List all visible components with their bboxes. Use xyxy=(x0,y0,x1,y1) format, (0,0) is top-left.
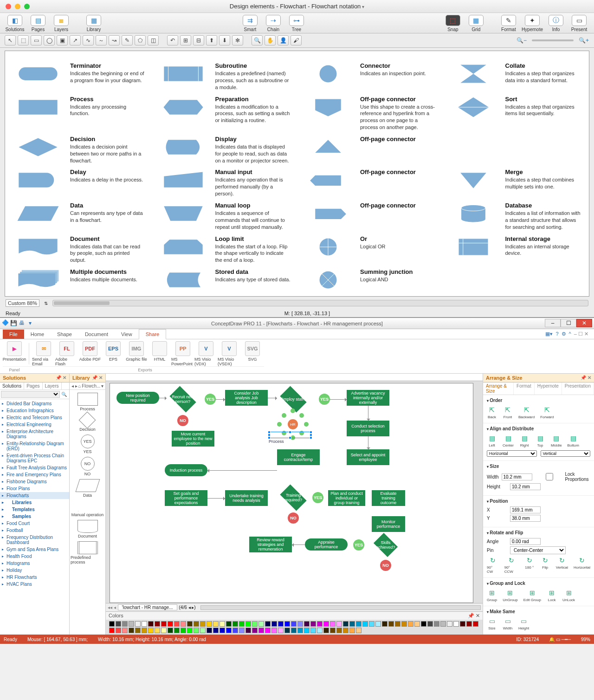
ribbon-help[interactable]: ▦▾?⚙^– ☐ ✕ xyxy=(542,329,591,339)
swatch[interactable] xyxy=(148,628,154,633)
library-button[interactable]: ▦Library xyxy=(84,15,104,32)
legend-merge[interactable]: MergeIndicates a step that combines mult… xyxy=(448,169,582,197)
ribbon-eps[interactable]: EPSEPS xyxy=(102,341,125,366)
swatch[interactable] xyxy=(142,621,147,627)
swatch[interactable] xyxy=(343,628,349,633)
sol-item[interactable]: Holiday xyxy=(0,567,69,574)
no-4[interactable]: NO xyxy=(380,560,391,571)
zoom-slider[interactable] xyxy=(532,39,574,41)
angle-input[interactable] xyxy=(510,538,541,545)
swatch[interactable] xyxy=(317,628,323,633)
ellipse-tool[interactable]: ◯ xyxy=(44,35,55,45)
brush-tool[interactable]: 🖌 xyxy=(291,35,302,45)
swatch[interactable] xyxy=(453,621,459,627)
swatch[interactable] xyxy=(109,621,115,627)
swatch[interactable] xyxy=(343,621,349,627)
lib-decision[interactable]: Decision xyxy=(79,414,96,432)
lib-predef[interactable]: Predefined process xyxy=(71,541,104,564)
tree-button[interactable]: ⊶Tree xyxy=(286,15,307,32)
swatch[interactable] xyxy=(258,628,264,633)
swatch[interactable] xyxy=(297,621,303,627)
legend-or[interactable]: OrLogical OR xyxy=(303,235,437,264)
sol-item[interactable]: Fire and Emergency Plans xyxy=(0,471,69,478)
rotate-row-horizontal[interactable]: ↻Horizontal xyxy=(574,556,590,574)
swatch[interactable] xyxy=(395,621,400,627)
swatch[interactable] xyxy=(129,621,134,627)
zoom-select[interactable]: Custom 88% xyxy=(6,299,39,307)
sol-item[interactable]: Fishbone Diagrams xyxy=(0,478,69,485)
rotate-row--ccw[interactable]: ↻90° CCW xyxy=(504,556,519,574)
node-goals[interactable]: Set goals and performance expectations xyxy=(165,490,207,506)
swatch[interactable] xyxy=(252,621,258,627)
node-move-emp[interactable]: Move current employee to the new positio… xyxy=(172,431,214,447)
ribbon-send-via-email[interactable]: ✉Send via Email xyxy=(32,341,55,366)
zoom-in-icon[interactable]: 🔍+ xyxy=(578,35,589,45)
sol-item[interactable]: HVAC Plans xyxy=(0,581,69,588)
swatch[interactable] xyxy=(168,621,173,627)
design-canvas[interactable]: TerminatorIndicates the beginning or end… xyxy=(5,51,589,297)
swatch[interactable] xyxy=(220,621,225,627)
sheet-tabs[interactable]: ◂◂ ◂ 'lowchart - HR manage... (4/6 ◂ ▸) xyxy=(106,603,483,611)
swatch[interactable] xyxy=(207,621,212,627)
swatch[interactable] xyxy=(414,621,420,627)
swatch[interactable] xyxy=(336,628,342,633)
sol-item[interactable]: Food Court xyxy=(0,520,69,527)
legend-blank[interactable] xyxy=(448,268,582,292)
swatch[interactable] xyxy=(142,628,147,633)
legend-manualinput[interactable]: Manual inputIndicates any operation that… xyxy=(158,169,292,197)
group-row-edit-group[interactable]: ⊞Edit Group xyxy=(523,589,541,602)
file-tab[interactable]: File xyxy=(3,330,24,339)
swatch[interactable] xyxy=(155,621,160,627)
legend-document[interactable]: DocumentIndicates data that can be read … xyxy=(13,235,147,264)
swatch[interactable] xyxy=(304,628,310,633)
legend-display[interactable]: DisplayIndicates data that is displayed … xyxy=(158,136,292,164)
swatch[interactable] xyxy=(122,628,128,633)
swatch[interactable] xyxy=(116,621,121,627)
swatch[interactable] xyxy=(356,621,362,627)
layers-button[interactable]: ≣Layers xyxy=(51,15,71,32)
swatch[interactable] xyxy=(187,628,193,633)
swatch[interactable] xyxy=(330,628,336,633)
yes-4[interactable]: YES xyxy=(353,539,364,551)
pointer-tool[interactable]: ↖ xyxy=(5,35,16,45)
solutions-button[interactable]: ◧Solutions xyxy=(5,15,25,32)
legend-terminator[interactable]: TerminatorIndicates the beginning or end… xyxy=(13,62,147,91)
swatch[interactable] xyxy=(317,621,323,627)
sol-item[interactable]: Electrical Engineering xyxy=(0,421,69,428)
ribbon-adobe-pdf[interactable]: PDFAdobe PDF xyxy=(78,341,102,366)
tab-view[interactable]: View xyxy=(115,330,139,339)
status-zoom[interactable]: 99% xyxy=(581,637,590,642)
quick-access[interactable]: 💾🖶▾ xyxy=(10,320,33,326)
width-input[interactable] xyxy=(502,473,532,480)
sol-sub[interactable]: Libraries xyxy=(0,499,69,506)
ribbon-presentation[interactable]: ▶Presentation xyxy=(3,341,26,366)
swatch[interactable] xyxy=(369,621,374,627)
info-button[interactable]: ⓘInfo xyxy=(546,15,566,32)
window-title[interactable]: Design elements - Flowchart - Flowchart … xyxy=(0,3,594,10)
pan-tool[interactable]: ✋ xyxy=(265,35,276,45)
swatch[interactable] xyxy=(310,628,316,633)
swatch[interactable] xyxy=(245,628,251,633)
rotate-row--[interactable]: ↻180 ° xyxy=(524,556,535,574)
line-tool[interactable]: ↗ xyxy=(70,35,81,45)
color-palette[interactable] xyxy=(106,620,483,635)
swatch[interactable] xyxy=(245,621,251,627)
swatch[interactable] xyxy=(297,628,303,633)
tab-home[interactable]: Home xyxy=(24,330,51,339)
zoom-out-icon[interactable]: 🔍− xyxy=(516,35,527,45)
swatch[interactable] xyxy=(460,621,465,627)
node-advertise[interactable]: Advertise vacancy internally and/or exte… xyxy=(347,390,389,406)
align-row-right[interactable]: ▤Right xyxy=(519,434,529,447)
ribbon-ms-visio-vsdx-[interactable]: VMS Visio (VSDX) xyxy=(218,341,241,366)
swatch[interactable] xyxy=(200,628,206,633)
maximize-button[interactable]: ☐ xyxy=(561,319,576,327)
swatch[interactable] xyxy=(473,621,478,627)
legend-offpage3[interactable]: Off-page connector xyxy=(303,169,437,197)
swatch[interactable] xyxy=(356,628,362,633)
x-input[interactable] xyxy=(510,506,541,513)
order-row-forward[interactable]: ⇱Forward xyxy=(540,406,554,419)
settings-tool[interactable]: ✻ xyxy=(232,35,243,45)
arc-tool[interactable]: ∿ xyxy=(83,35,94,45)
swatch[interactable] xyxy=(284,628,290,633)
lock-prop[interactable] xyxy=(537,473,562,480)
